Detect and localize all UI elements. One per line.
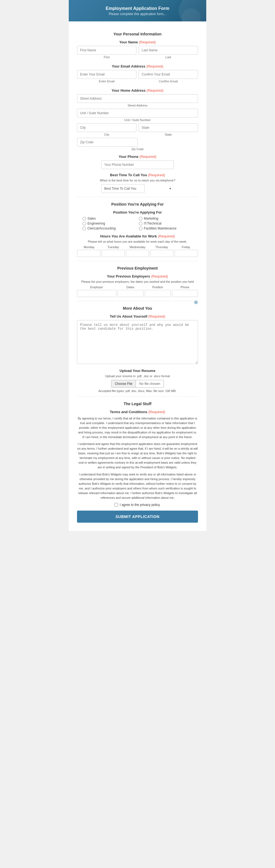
personal-section-title: Your Personal Information [77,32,198,36]
radio-engineering[interactable]: Engineering [82,221,136,225]
hours-inputs-row [77,250,198,257]
emp-phone-input[interactable] [172,290,198,297]
legal-section-title: The Legal Stuff [77,402,198,406]
street-address-label: Street Address [77,104,198,107]
position-section-title: Position You're Applying For [77,202,198,207]
hours-group-title: Hours You Are Available for Work (Requir… [77,234,198,238]
position-group-title: Position You're Applying For [77,210,198,214]
best-time-group-title: Best Time To Call You (Required) [77,173,198,177]
street-address-input[interactable] [77,94,198,103]
submit-button[interactable]: SUBMIT APPLICATION [77,510,198,523]
zip-input[interactable] [77,138,138,147]
hours-monday[interactable] [77,250,100,257]
enter-email-col: Enter Email [77,70,136,85]
radio-it[interactable]: IT/Technical [139,221,192,225]
email-group-title: Your Email Address (Required) [77,64,198,68]
about-group-title: Tell Us About Yourself (Required) [77,314,198,318]
radio-facilities[interactable]: Facilities Maintenance [139,226,192,230]
state-input[interactable] [139,123,198,132]
last-name-col: Last [139,46,198,60]
employers-group-title: Your Previous Employers (Required) [77,274,198,278]
more-section-title: More About You [77,306,198,310]
privacy-checkbox-row: I agree to the privacy policy. [77,503,198,507]
state-col: State [139,123,198,138]
city-label: City [77,133,136,136]
upload-description: Upload your resume in .pdf, .doc or .doc… [77,374,198,378]
hours-description: Please tell us what hours you are availa… [77,240,198,243]
radio-marketing-input[interactable] [139,217,142,220]
first-name-col: First [77,46,136,60]
terms-group-title: Terms and Conditions (Required) [77,410,198,414]
best-time-centered: Best Time To Call You Morning Afternoon … [77,184,198,193]
city-state-row: City State [77,123,198,138]
radio-sales-input[interactable] [82,217,86,220]
hours-friday[interactable] [175,250,198,257]
last-name-input[interactable] [139,46,198,55]
radio-engineering-input[interactable] [82,222,86,225]
unit-label: Unit / Suite Number [77,118,198,122]
employment-section-title: Previous Employment [77,266,198,270]
privacy-checkbox[interactable] [114,503,118,506]
phone-group-title: Your Phone (Required) [77,155,198,159]
enter-email-label: Enter Email [77,80,136,83]
email-row: Enter Email Confirm Email [77,70,198,85]
hours-wednesday[interactable] [126,250,149,257]
page-header: Employment Application Form Please compl… [69,0,206,22]
upload-hint: Accepted file types: pdf, doc, docx, Max… [77,389,198,393]
zip-wrapper [77,138,138,147]
name-row: First Last [77,46,198,60]
emp-table-row [77,290,198,297]
emp-position-input[interactable] [145,290,171,297]
name-group-title: Your Name (Required) [77,40,198,44]
radio-clerical[interactable]: Clerical/Accounting [82,226,136,230]
phone-input[interactable] [101,160,174,169]
confirm-email-col: Confirm Email [139,70,198,85]
legal-paragraph-1: By agreeing to our terms, I certify that… [77,416,198,439]
upload-title: Upload Your Resume [77,369,198,373]
city-input[interactable] [77,123,136,132]
file-input-row: Choose File No file chosen [77,380,198,388]
emp-table-header: Employer Dates Position Phone [77,285,198,289]
confirm-email-input[interactable] [139,70,198,79]
enter-email-input[interactable] [77,70,136,79]
radio-it-input[interactable] [139,222,142,225]
add-employer-row-button[interactable]: ⊕ [194,299,198,305]
confirm-email-label: Confirm Email [139,80,198,83]
best-time-description: When is the best time for us to reach yo… [77,179,198,182]
radio-marketing[interactable]: Marketing [139,217,192,220]
upload-section: Upload Your Resume Upload your resume in… [77,369,198,393]
file-no-chosen-label: No file chosen [136,380,164,388]
about-textarea[interactable] [77,320,198,364]
hours-tuesday[interactable] [102,250,125,257]
unit-input[interactable] [77,109,198,118]
address-group-title: Your Home Address (Required) [77,88,198,93]
legal-paragraph-3: I understand that Bob's Widgets may seek… [77,472,198,500]
privacy-label: I agree to the privacy policy. [120,503,161,507]
form-body: Your Personal Information Your Name (Req… [69,22,206,531]
radio-sales[interactable]: Sales [82,217,136,220]
legal-paragraph-2: I understand and agree that this employm… [77,442,198,470]
hours-thursday[interactable] [150,250,173,257]
phone-centered [77,160,198,169]
state-label: State [139,133,198,136]
hours-table: Monday Tuesday Wednesday Thursday Friday [77,245,198,257]
header-subtitle: Please complete this application form... [74,12,201,16]
emp-employer-input[interactable] [77,290,116,297]
hours-table-header: Monday Tuesday Wednesday Thursday Friday [77,245,198,249]
first-name-input[interactable] [77,46,136,55]
file-choose-button[interactable]: Choose File [111,380,136,388]
employers-description: Please list your previous employers, the… [77,280,198,283]
best-time-select[interactable]: Best Time To Call You Morning Afternoon … [101,184,145,193]
zip-label: Zip Code [77,147,198,151]
radio-facilities-input[interactable] [139,227,142,230]
best-time-select-wrapper: Best Time To Call You Morning Afternoon … [101,184,174,193]
last-name-label: Last [139,56,198,59]
city-col: City [77,123,136,138]
first-name-label: First [77,56,136,59]
position-radio-group: Sales Marketing Engineering IT/Technical… [82,217,192,230]
header-title: Employment Application Form [74,6,201,11]
emp-dates-input[interactable] [117,290,143,297]
radio-clerical-input[interactable] [82,227,86,230]
